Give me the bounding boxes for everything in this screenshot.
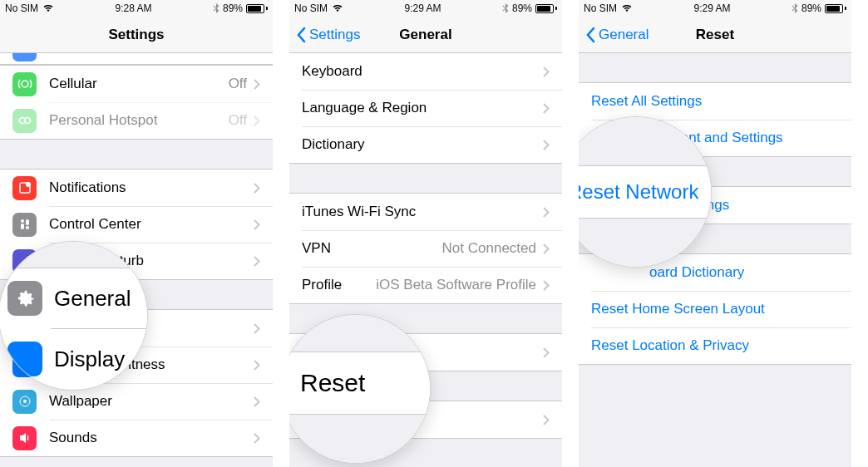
- chevron-icon: [543, 140, 550, 150]
- bluetooth-icon: [792, 3, 798, 13]
- svg-point-5: [21, 219, 24, 223]
- reset-location-row[interactable]: Reset Location & Privacy: [579, 327, 851, 364]
- battery-pct: 89%: [512, 2, 532, 14]
- nav-bar: Settings General: [289, 17, 562, 53]
- chevron-left-icon: [296, 27, 306, 43]
- chevron-icon: [543, 415, 550, 425]
- row-value: Off: [229, 112, 247, 129]
- chevron-left-icon: [585, 27, 595, 43]
- row-label: Reset Home Screen Layout: [591, 301, 839, 317]
- svg-point-0: [22, 81, 28, 87]
- carrier-label: No SIM: [584, 2, 617, 14]
- chevron-icon: [543, 243, 550, 254]
- sounds-row[interactable]: Sounds: [0, 420, 273, 456]
- back-button[interactable]: General: [585, 27, 649, 43]
- reset-screen: No SIM 9:29 AM 89% General Reset Reset A…: [579, 0, 851, 467]
- wallpaper-icon: [12, 390, 37, 414]
- svg-point-10: [23, 400, 27, 403]
- battery-icon: [246, 4, 268, 13]
- row-label: Notifications: [49, 179, 254, 196]
- hotspot-row[interactable]: Personal Hotspot Off: [0, 102, 273, 139]
- carrier-label: No SIM: [5, 2, 38, 14]
- status-bar: No SIM 9:29 AM 89%: [579, 0, 851, 17]
- vpn-row[interactable]: VPN Not Connected: [289, 230, 562, 267]
- language-region-row[interactable]: Language & Region: [289, 90, 562, 126]
- chevron-icon: [543, 66, 550, 77]
- cellular-row[interactable]: Cellular Off: [0, 66, 273, 102]
- back-button[interactable]: Settings: [296, 27, 360, 43]
- magnifier-general: General Display: [0, 241, 148, 391]
- chevron-icon: [543, 207, 550, 218]
- wifi-icon: [42, 4, 54, 12]
- row-label: iTunes Wi-Fi Sync: [302, 204, 543, 220]
- magnifier-reset: Reset: [289, 314, 431, 464]
- svg-rect-6: [21, 224, 24, 229]
- chevron-icon: [543, 103, 550, 114]
- hotspot-icon: [12, 109, 37, 133]
- chevron-icon: [254, 219, 260, 230]
- chevron-icon: [543, 280, 550, 291]
- notifications-icon: [12, 176, 37, 200]
- mag-display-label: Display: [54, 347, 125, 372]
- page-title: Reset: [696, 27, 734, 43]
- svg-point-4: [26, 182, 31, 187]
- wifi-icon: [332, 4, 343, 12]
- nav-bar: Settings: [0, 17, 273, 53]
- time-label: 9:29 AM: [693, 2, 730, 14]
- carrier-label: No SIM: [294, 2, 328, 14]
- bluetooth-icon: [502, 3, 509, 13]
- chevron-icon: [254, 79, 260, 90]
- mag-network-label: Reset Network: [579, 180, 698, 204]
- battery-icon: [825, 4, 846, 13]
- partial-row: [0, 53, 273, 65]
- row-label: Dictionary: [302, 136, 543, 153]
- reset-all-row[interactable]: Reset All Settings: [579, 83, 851, 120]
- row-label: Control Center: [49, 216, 254, 233]
- mag-general-label: General: [54, 286, 131, 312]
- row-value: iOS Beta Software Profile: [350, 277, 536, 293]
- control-center-icon: [12, 213, 37, 237]
- profile-row[interactable]: Profile iOS Beta Software Profile: [289, 267, 562, 303]
- row-value: Not Connected: [442, 240, 536, 257]
- row-label: Cellular: [49, 76, 229, 92]
- row-label: Reset All Settings: [591, 93, 839, 110]
- sounds-icon: [12, 426, 37, 450]
- row-value: Off: [229, 76, 247, 92]
- chevron-icon: [254, 183, 260, 194]
- settings-screen: No SIM 9:28 AM 89% Settings Cellular Off…: [0, 0, 273, 467]
- chevron-icon: [254, 256, 260, 267]
- chevron-icon: [543, 347, 550, 358]
- general-screen: No SIM 9:29 AM 89% Settings General Keyb…: [289, 0, 562, 467]
- time-label: 9:29 AM: [404, 2, 441, 14]
- reset-home-row[interactable]: Reset Home Screen Layout: [579, 291, 851, 327]
- battery-icon: [535, 4, 557, 13]
- itunes-wifi-row[interactable]: iTunes Wi-Fi Sync: [289, 194, 562, 230]
- back-label: Settings: [309, 27, 360, 43]
- chevron-icon: [254, 116, 260, 126]
- row-label: VPN: [302, 240, 442, 257]
- page-title: Settings: [108, 27, 164, 43]
- chevron-icon: [254, 360, 260, 371]
- chevron-icon: [254, 433, 260, 444]
- nav-bar: General Reset: [579, 17, 851, 53]
- svg-point-7: [26, 226, 29, 229]
- time-label: 9:28 AM: [115, 2, 151, 14]
- mag-reset-label: Reset: [300, 369, 365, 397]
- svg-rect-8: [26, 219, 29, 225]
- back-label: General: [599, 27, 649, 43]
- row-label: Wallpaper: [49, 393, 254, 410]
- control-center-row[interactable]: Control Center: [0, 206, 273, 243]
- row-label: Language & Region: [302, 100, 543, 116]
- status-bar: No SIM 9:28 AM 89%: [0, 0, 273, 17]
- row-label: Personal Hotspot: [49, 112, 229, 129]
- keyboard-row[interactable]: Keyboard: [289, 53, 562, 90]
- wallpaper-row[interactable]: Wallpaper: [0, 383, 273, 420]
- dictionary-row[interactable]: Dictionary: [289, 126, 562, 163]
- chevron-icon: [254, 323, 260, 334]
- row-label: Profile: [302, 277, 342, 293]
- battery-pct: 89%: [801, 2, 821, 14]
- gear-icon: [7, 281, 42, 316]
- notifications-row[interactable]: Notifications: [0, 170, 273, 206]
- chevron-icon: [254, 396, 260, 407]
- status-bar: No SIM 9:29 AM 89%: [289, 0, 562, 17]
